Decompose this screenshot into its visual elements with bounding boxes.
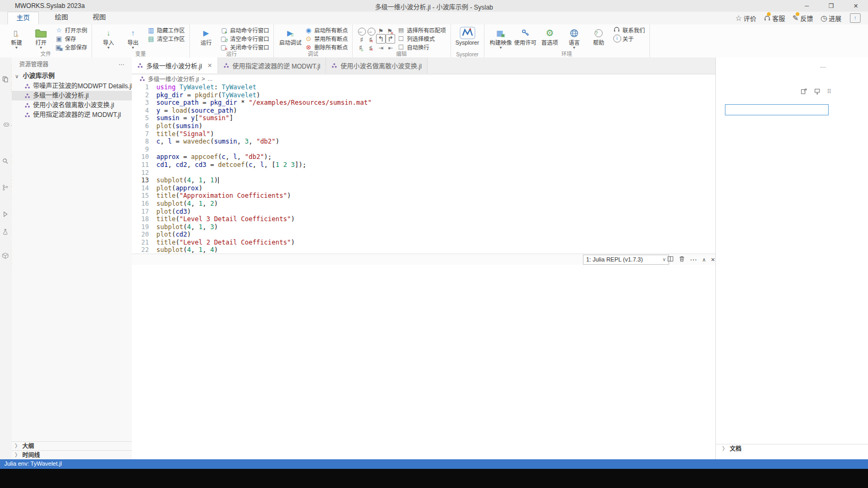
quick-label: 评价 xyxy=(744,14,756,23)
quick-客服[interactable]: 客服 xyxy=(764,14,785,23)
line-number: 15 xyxy=(132,192,149,200)
breadcrumb-part: ... xyxy=(207,75,212,82)
line-number: 8 xyxy=(132,138,149,146)
ribbon-tab-主页[interactable]: 主页 xyxy=(7,12,39,24)
code-line: 6plot(sumsin) xyxy=(132,122,715,130)
quick-进展[interactable]: ◷进展 xyxy=(821,14,841,23)
julia-icon xyxy=(24,103,30,108)
button-隐藏工作区[interactable]: ▥隐藏工作区 xyxy=(147,26,185,34)
button-关于[interactable]: i关于 xyxy=(613,35,645,43)
chevron-down-icon: ▼ xyxy=(499,46,503,49)
button-语言[interactable]: 语言▼ xyxy=(563,26,586,49)
quick-反馈[interactable]: ✎反馈 xyxy=(792,14,813,23)
breadcrumb-part: > xyxy=(202,75,205,82)
line-number: 18 xyxy=(132,215,149,223)
code-editor[interactable]: 1using TyWavelet: TyWavelet2pkg_dir = pk… xyxy=(132,83,715,254)
openeditor-icon[interactable] xyxy=(800,88,807,96)
ribbon-tab-bar: 主页绘图视图☆评价客服✎反馈◷进展↑ xyxy=(0,12,868,25)
panel-trash-button[interactable] xyxy=(679,255,685,263)
code-line: 18title("Level 3 Detail Coefficients") xyxy=(132,215,715,223)
button-帮助[interactable]: ?帮助 xyxy=(587,26,611,46)
file-item[interactable]: 使用指定滤波器的逆 MODWT.jl xyxy=(12,110,132,120)
window-maximize-button[interactable]: ❒ xyxy=(819,0,844,12)
julia-icon xyxy=(24,83,30,89)
button-保存[interactable]: ▣保存 xyxy=(55,35,87,43)
button-打开示例[interactable]: ☆打开示例 xyxy=(55,26,87,34)
button-构建映像[interactable]: ▦▣构建映像▼ xyxy=(489,26,513,49)
button-运行[interactable]: ▶运行 xyxy=(195,26,218,46)
ribbon-group-环境: ▦▣构建映像▼使用许可⚙首选项语言▼?帮助联系我们i关于环境 xyxy=(485,24,650,57)
chevron-down-icon: ∨ xyxy=(662,255,666,264)
run-icon: ▶ xyxy=(203,29,209,37)
panel-chevup-button[interactable]: ∧ xyxy=(702,256,706,263)
title-bar: MWORKS.Syslab 2023a 多级一维小波分析.jl - 小波库示例 … xyxy=(0,0,868,12)
button-联系我们[interactable]: 联系我们 xyxy=(613,26,645,34)
button-选择所有匹配项[interactable]: ▤选择所有匹配项 xyxy=(397,26,446,34)
editor-actions-more-icon[interactable]: ⋯ xyxy=(820,64,826,71)
group-label-Sysplorer: Sysplorer xyxy=(451,52,484,57)
file-item[interactable]: 使用小波名做离散小波变换.jl xyxy=(12,100,132,110)
file-item[interactable]: 多级一维小波分析.jl xyxy=(12,91,132,100)
file-item[interactable]: 带噪声正弦波的MODWPT Details.jl xyxy=(12,81,132,91)
group-label-运行: 运行 xyxy=(190,49,274,57)
headset-icon xyxy=(613,26,620,33)
button-Sysplorer[interactable]: Sysplorer xyxy=(456,26,479,46)
button-新建[interactable]: ▯＋新建▼ xyxy=(5,26,28,49)
flask-icon xyxy=(2,229,9,235)
explorer-sidebar: 资源管理器 ⋯ ∨ 小波库示例带噪声正弦波的MODWPT Details.jl多… xyxy=(12,57,132,441)
button-清空工作区[interactable]: ▤清空工作区 xyxy=(147,35,185,43)
button-启动调试[interactable]: ▶⠿启动调试 xyxy=(279,26,302,46)
ellipsis-icon: ⋯ xyxy=(690,255,697,264)
window-close-button[interactable]: ✕ xyxy=(844,0,868,12)
workspace-table-header[interactable] xyxy=(725,104,829,115)
julia-icon xyxy=(24,93,30,99)
button-打开[interactable]: 打开▼ xyxy=(29,26,53,49)
button-导入[interactable]: ↓导入▼ xyxy=(97,26,120,49)
panel-split-button[interactable] xyxy=(667,256,674,263)
debug-icon: ▶⠿ xyxy=(287,29,294,38)
button-清空命令行窗口[interactable]: ▢↺清空命令行窗口 xyxy=(221,35,270,43)
sidebar-more-icon[interactable]: ⋯ xyxy=(119,57,124,71)
window-minimize-button[interactable]: ─ xyxy=(795,0,819,12)
exportview-icon[interactable] xyxy=(814,88,821,96)
ribbon-tab-视图[interactable]: 视图 xyxy=(84,12,114,24)
close-icon[interactable]: ✕ xyxy=(207,62,212,69)
editor-tab[interactable]: 使用小波名做离散小波变换.jl xyxy=(326,57,428,73)
repl-selector[interactable]: 1: Julia REPL (v1.7.3)∨ xyxy=(583,255,669,265)
panel-ellipsis-button[interactable]: ⋯ xyxy=(690,255,697,264)
layout-grid-icon[interactable]: ⠿ xyxy=(827,88,831,96)
group-label-变量: 变量 xyxy=(92,49,189,57)
status-julia-env[interactable]: Julia env: TyWavelet.jl xyxy=(4,460,62,467)
panel-closex-button[interactable]: ✕ xyxy=(711,256,715,263)
code-line: 8c, l = wavedec(sumsin, 3, "db2") xyxy=(132,138,715,146)
button-首选项[interactable]: ⚙首选项 xyxy=(538,26,562,46)
wshide-icon: ▥ xyxy=(148,27,154,34)
button-启动命令行窗口[interactable]: ▢▸启动命令行窗口 xyxy=(221,26,270,34)
chevron-down-icon: ▼ xyxy=(107,46,111,49)
folder-row[interactable]: ∨ 小波库示例 xyxy=(12,71,132,81)
button-使用许可[interactable]: 使用许可 xyxy=(514,26,537,46)
ribbon-tab-绘图[interactable]: 绘图 xyxy=(46,12,77,24)
button-列选择模式[interactable]: ☐列选择模式 xyxy=(397,35,446,43)
sysplorer-icon xyxy=(460,27,475,39)
code-line: 16subplot(4, 1, 2) xyxy=(132,200,715,208)
sidebar-section-时间线[interactable]: 〉时间线 xyxy=(12,450,132,459)
screen-bottom-strip xyxy=(0,469,868,488)
button-启动所有断点[interactable]: ◉启动所有断点 xyxy=(305,26,348,34)
quick-评价[interactable]: ☆评价 xyxy=(735,14,756,23)
line-number: 9 xyxy=(132,146,149,154)
pin-ribbon-button[interactable]: ↑ xyxy=(850,13,861,23)
sidebar-section-大纲[interactable]: 〉大纲 xyxy=(12,441,132,450)
code-line: 21title("Level 2 Detail Coefficients") xyxy=(132,239,715,247)
button-禁用所有断点[interactable]: ⊙禁用所有断点 xyxy=(305,35,348,43)
info-icon: i xyxy=(613,35,621,43)
editor-tab[interactable]: 多级一维小波分析.jl✕ xyxy=(132,57,218,73)
workspace-panel: ⋯ ⠿ 〉文档 xyxy=(715,57,868,459)
code-line: 14plot(approx) xyxy=(132,184,715,192)
button-导出[interactable]: ↑导出▼ xyxy=(121,26,145,49)
editor-tab[interactable]: 使用指定滤波器的逆 MODWT.jl xyxy=(218,57,326,73)
doc-section[interactable]: 〉文档 xyxy=(716,444,868,453)
breadcrumb[interactable]: 多级一维小波分析.jl>... xyxy=(132,74,715,83)
quick-label: 进展 xyxy=(829,14,841,23)
new-icon: ▯＋ xyxy=(13,28,20,38)
